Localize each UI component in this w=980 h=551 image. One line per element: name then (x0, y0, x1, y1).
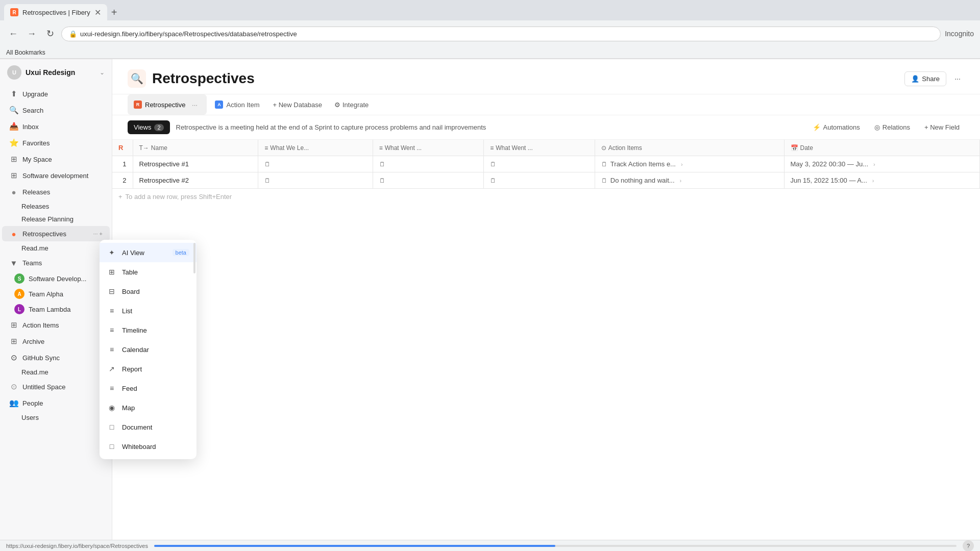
dropdown-item-calendar[interactable]: ≡ Calendar (100, 340, 197, 359)
sidebar-item-team-lambda[interactable]: L Team Lambda (0, 302, 112, 317)
integrate-button[interactable]: ⚙ Integrate (329, 97, 374, 113)
sidebar-item-readme2[interactable]: Read.me (0, 366, 112, 379)
table-row[interactable]: 2 Retrospective #2 🗒 🗒 (112, 172, 980, 189)
dropdown-item-ai-view[interactable]: ✦ AI View beta (100, 243, 197, 262)
forward-button[interactable]: → (24, 27, 39, 41)
new-field-button[interactable]: + New Field (919, 120, 965, 134)
row-2-name[interactable]: Retrospective #2 (133, 172, 258, 189)
row-2-action-expand[interactable]: › (680, 178, 682, 184)
tab-bar: R Retrospectives | Fibery ✕ + (0, 0, 980, 20)
my-space-icon: ⊞ (9, 155, 18, 164)
dropdown-item-whiteboard[interactable]: □ Whiteboard (100, 437, 197, 456)
row-2-action-items[interactable]: 🗒 Do nothing and wait... › (595, 172, 784, 189)
row-1-action-expand[interactable]: › (681, 161, 683, 167)
sidebar-item-teams[interactable]: ▼ Teams (2, 255, 110, 270)
add-database-button[interactable]: + New Database (268, 97, 327, 113)
sidebar-item-archive[interactable]: ⊞ Archive (2, 334, 110, 349)
address-bar[interactable]: 🔒 uxui-redesign.fibery.io/fibery/space/R… (61, 27, 941, 41)
sidebar-item-teams-label: Teams (22, 259, 103, 267)
sidebar-item-untitled[interactable]: ⊙ Untitled Space (2, 379, 110, 394)
add-row-hint[interactable]: + To add a new row, press Shift+Enter (112, 189, 980, 205)
row-2-learned[interactable]: 🗒 (258, 172, 373, 189)
automations-button[interactable]: ⚡ Automations (807, 120, 865, 134)
sidebar-item-release-planning[interactable]: Release Planning (0, 213, 112, 226)
dropdown-item-list[interactable]: ≡ List (100, 301, 197, 320)
sidebar-item-users[interactable]: Users (0, 411, 112, 424)
sidebar-item-inbox[interactable]: 📥 Inbox (2, 119, 110, 134)
calendar-icon: ≡ (107, 344, 117, 355)
dropdown-item-table[interactable]: ⊞ Table (100, 262, 197, 282)
sidebar-item-search[interactable]: 🔍 Search (2, 103, 110, 118)
row-1-went-wrong[interactable]: 🗒 (484, 156, 595, 172)
sidebar-item-people[interactable]: 👥 People (2, 395, 110, 411)
row-2-date: Jun 15, 2022 15:00 — A... › (784, 172, 979, 189)
dropdown-item-report[interactable]: ↗ Report (100, 359, 197, 379)
sidebar-item-action-items[interactable]: ⊞ Action Items (2, 317, 110, 333)
progress-fill (154, 545, 555, 547)
sidebar-item-favorites[interactable]: ⭐ Favorites (2, 135, 110, 151)
dropdown-item-feed[interactable]: ≡ Feed (100, 379, 197, 398)
row-1-date-text: May 3, 2022 00:30 — Ju... (791, 160, 868, 168)
sidebar-item-upgrade[interactable]: ⬆ Upgrade (2, 86, 110, 102)
software-develop-label: Software Develop... (29, 275, 86, 283)
dropdown-item-document[interactable]: □ Document (100, 417, 197, 437)
views-button[interactable]: Views 2 (128, 120, 170, 134)
sidebar-item-retrospectives-label: Retrospectives (22, 230, 89, 238)
row-2-date-expand[interactable]: › (872, 178, 874, 184)
retrospective-tab-more[interactable]: ··· (188, 98, 201, 111)
share-button[interactable]: 👤 Share (904, 71, 946, 86)
toolbar-actions: ⚡ Automations ◎ Relations + New Field (807, 120, 965, 134)
sidebar-item-readme[interactable]: Read.me (0, 242, 112, 255)
row-1-num: 1 (112, 156, 133, 172)
row-2-went-wrong[interactable]: 🗒 (484, 172, 595, 189)
relations-button[interactable]: ◎ Relations (869, 120, 915, 134)
sidebar-item-software-development[interactable]: ⊞ Software development (2, 168, 110, 183)
col-header-what-we-learned[interactable]: ≡ What We Le... (258, 140, 373, 156)
active-tab[interactable]: R Retrospectives | Fibery ✕ (4, 4, 107, 20)
row-1-went-well[interactable]: 🗒 (373, 156, 484, 172)
sidebar-item-archive-label: Archive (22, 338, 103, 345)
sidebar-item-team-alpha[interactable]: A Team Alpha (0, 286, 112, 302)
sidebar-item-retrospectives[interactable]: ● Retrospectives ··· + (2, 226, 110, 241)
row-1-date-expand[interactable]: › (873, 161, 875, 167)
close-tab-button[interactable]: ✕ (94, 8, 101, 17)
people-icon: 👥 (9, 398, 18, 408)
row-2-went-well[interactable]: 🗒 (373, 172, 484, 189)
new-tab-button[interactable]: + (107, 5, 121, 19)
sidebar-item-releases-sub[interactable]: Releases (0, 200, 112, 213)
col-header-what-went-wrong[interactable]: ≡ What Went ... (484, 140, 595, 156)
sidebar-item-releases[interactable]: ● Releases (2, 184, 110, 199)
table-row[interactable]: 1 Retrospective #1 🗒 🗒 (112, 156, 980, 172)
page-header: 🔍 Retrospectives 👤 Share ··· (112, 59, 980, 94)
sidebar-item-software-develop[interactable]: S Software Develop... (0, 271, 112, 286)
add-row-icon: + (118, 193, 122, 201)
back-button[interactable]: ← (6, 27, 20, 41)
team-lambda-avatar: L (14, 304, 24, 314)
dropdown-item-map[interactable]: ◉ Map (100, 398, 197, 417)
workspace-header[interactable]: U Uxui Redesign ⌄ (0, 59, 112, 86)
archive-icon: ⊞ (9, 337, 18, 346)
retrospectives-add-icon[interactable]: + (100, 231, 103, 237)
col-header-action-items[interactable]: ⊙ Action Items (595, 140, 784, 156)
sidebar-item-my-space[interactable]: ⊞ My Space (2, 152, 110, 167)
sidebar-item-github-sync[interactable]: ⊙ GitHub Sync (2, 350, 110, 365)
ai-view-badge: beta (173, 249, 189, 256)
col-header-name[interactable]: T→ Name (133, 140, 258, 156)
db-tab-action-item[interactable]: A Action Item (209, 96, 265, 113)
row-1-name[interactable]: Retrospective #1 (133, 156, 258, 172)
dropdown-item-timeline[interactable]: ≡ Timeline (100, 320, 197, 340)
dropdown-item-board[interactable]: ⊟ Board (100, 282, 197, 301)
map-icon: ◉ (107, 403, 117, 413)
col-header-what-went-well[interactable]: ≡ What Went ... (373, 140, 484, 156)
db-tab-retrospective[interactable]: R Retrospective ··· (128, 94, 207, 115)
question-button[interactable]: ? (963, 540, 974, 552)
page-more-button[interactable]: ··· (950, 71, 965, 86)
bookmark-bar: All Bookmarks (0, 47, 980, 59)
what-we-learned-icon: ≡ (264, 144, 268, 152)
reload-button[interactable]: ↻ (43, 27, 57, 41)
row-1-learned[interactable]: 🗒 (258, 156, 373, 172)
col-header-date[interactable]: 📅 Date (784, 140, 979, 156)
row-1-action-items[interactable]: 🗒 Track Action Items e... › (595, 156, 784, 172)
retrospectives-more-icon[interactable]: ··· (93, 231, 97, 237)
table-container: R T→ Name ≡ What We Le.. (112, 140, 980, 540)
